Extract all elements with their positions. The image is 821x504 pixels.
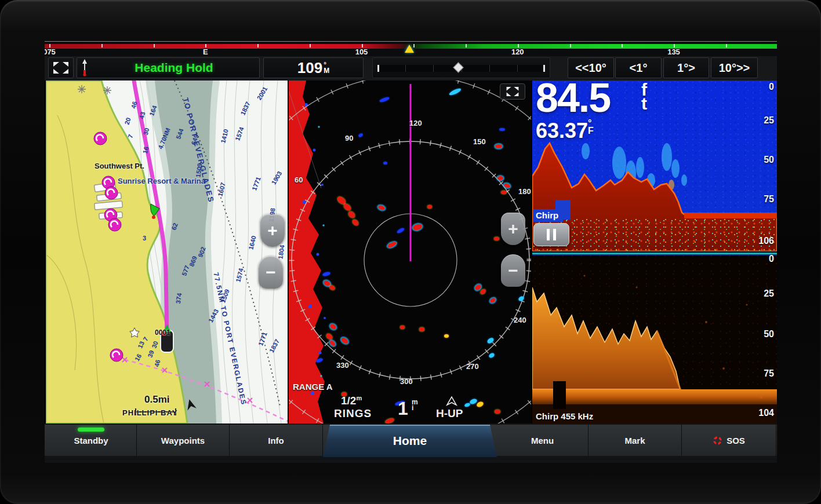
heading-unit: ° M — [324, 62, 329, 74]
radar-bearing-label: 120 — [409, 119, 422, 127]
compass-tick — [310, 44, 311, 48]
chart-label-marina: Sunrise Resort & Marina — [118, 177, 205, 185]
depth-sounding-label: 374 — [175, 293, 183, 304]
radar-bearing-label: 300 — [400, 377, 413, 386]
radar-range-label: RANGE A — [293, 382, 333, 392]
sonar-clearvu-pane[interactable]: 0255075104 Chirp 455 kHz — [532, 253, 777, 423]
compass-tick — [257, 44, 259, 48]
depth-scale-label: 0 — [769, 82, 774, 92]
chart-zoom-out-button[interactable]: − — [259, 256, 283, 288]
rudder-bar — [377, 65, 545, 72]
radar-bearing-label: 330 — [336, 361, 349, 370]
chart-label-southwest-pt: Southwest Pt. — [95, 162, 144, 170]
heading-step-button-3[interactable]: 1°> — [663, 57, 709, 78]
bottom-button-label: Standby — [74, 436, 108, 445]
bottom-button-standby[interactable]: Standby — [46, 425, 137, 456]
bottom-button-label: Waypoints — [161, 436, 205, 445]
radar-echo — [419, 327, 424, 331]
screen: 075E105120135 Heading Hold 109 ° M — [45, 41, 777, 463]
depth-scale-label: 50 — [764, 155, 774, 165]
depth-sounding-label: 3 — [143, 235, 146, 242]
heading-value: 109 — [297, 59, 322, 77]
active-indicator — [78, 428, 104, 432]
compass-tick — [726, 44, 727, 48]
rudder-position-marker — [453, 62, 463, 72]
bottom-button-info[interactable]: Info — [230, 425, 323, 456]
radar-bearing-label: 180 — [518, 187, 531, 196]
depth-scale-label: 25 — [764, 115, 774, 126]
radar-rings-word: RINGS — [334, 407, 372, 420]
bottom-button-home[interactable]: Home — [323, 425, 497, 457]
compass-tick-label: 105 — [355, 48, 368, 56]
bottom-button-waypoints[interactable]: Waypoints — [137, 425, 230, 456]
radar-range-value: 1 — [398, 398, 408, 419]
home-label: Home — [393, 434, 427, 448]
compass-tick — [622, 44, 623, 48]
rudder-position-indicator — [372, 57, 550, 78]
radar-graphics — [289, 81, 531, 423]
radar-orientation-label: H-UP — [436, 407, 463, 420]
chart-zoom-in-button[interactable]: + — [260, 214, 285, 247]
compass-tick — [101, 44, 103, 48]
heading-step-button-4[interactable]: 10°>> — [711, 57, 758, 78]
compass-tick-label: E — [203, 48, 208, 56]
chart-pane[interactable]: Southwest Pt. Sunrise Resort & Marina TO… — [46, 81, 288, 423]
sonar-bottom-graphics — [532, 253, 777, 423]
heading-readout: 109 ° M — [263, 57, 364, 78]
radar-echo — [383, 162, 387, 165]
sonar-chirp-pane[interactable]: 84.5 ft 63.37°F 0255075106 Chirp — [532, 81, 777, 251]
pause-icon — [553, 229, 556, 240]
radar-fullscreen-button[interactable] — [500, 83, 525, 100]
radar-zoom-in-button[interactable]: + — [501, 213, 525, 245]
compass-tick-label: 135 — [667, 48, 680, 56]
radar-echo — [497, 176, 503, 180]
depth-scale-label: 0 — [769, 254, 774, 264]
radar-echo — [494, 237, 499, 240]
bottom-button-mark[interactable]: Mark — [588, 425, 682, 456]
heading-marker-icon — [405, 45, 414, 53]
radar-echo — [427, 205, 432, 209]
radar-pane[interactable]: 6090120150180240270300330 RANGE A 1/2m R… — [289, 81, 531, 423]
bottom-button-label: SOS — [726, 436, 745, 445]
bottom-button-label: Mark — [624, 436, 645, 445]
radar-rings-value: 1/2m — [341, 395, 362, 407]
rudder-gauge-icon — [81, 59, 89, 76]
radar-echo — [499, 128, 505, 131]
bottom-button-label: Info — [268, 436, 284, 445]
device-bezel: 075E105120135 Heading Hold 109 ° M — [0, 0, 821, 504]
autopilot-status-label: Heading Hold — [89, 61, 259, 75]
compass-tick-label: 120 — [511, 48, 524, 56]
autopilot-status-panel: Heading Hold — [77, 57, 260, 78]
compass-tick-label: 075 — [45, 48, 56, 56]
sonar-panes: 84.5 ft 63.37°F 0255075106 Chirp — [532, 81, 777, 423]
radar-echo — [444, 334, 449, 338]
radar-echo — [495, 144, 502, 148]
expand-icon — [506, 87, 519, 96]
sonar-pause-button[interactable] — [533, 223, 569, 246]
heading-step-button-1[interactable]: <<10° — [568, 57, 614, 78]
radar-bearing-label: 240 — [514, 316, 526, 324]
chart-scale-label: 0.5mi — [144, 394, 169, 406]
depth-scale-label: 106 — [758, 236, 774, 246]
radar-bearing-label: 150 — [473, 137, 486, 146]
radar-echo — [495, 410, 500, 414]
expand-icon — [53, 62, 68, 74]
expand-button[interactable] — [48, 57, 74, 78]
bottom-bar: StandbyWaypointsInfoHomeMenuMarkSOS — [45, 423, 777, 463]
depth-scale-label: 75 — [764, 368, 774, 379]
sos-lifering-icon — [713, 436, 722, 445]
radar-bearing-label: 270 — [466, 362, 479, 371]
depth-readout: 84.5 — [536, 81, 610, 121]
radar-zoom-out-button[interactable]: − — [501, 254, 525, 287]
bottom-button-row: StandbyWaypointsInfoHomeMenuMarkSOS — [45, 425, 777, 456]
heading-step-button-2[interactable]: <1° — [615, 57, 662, 78]
compass-tick — [570, 44, 571, 48]
main-panes: Southwest Pt. Sunrise Resort & Marina TO… — [45, 81, 777, 423]
sonar-mode-tag: Chirp — [533, 209, 563, 222]
bottom-button-menu[interactable]: Menu — [497, 425, 588, 456]
radar-echo — [501, 191, 507, 194]
bottom-button-sos[interactable]: SOS — [682, 425, 776, 456]
radar-echo — [400, 326, 405, 329]
radar-range-unit: mi — [412, 399, 418, 411]
depth-scale-label: 75 — [764, 194, 774, 204]
